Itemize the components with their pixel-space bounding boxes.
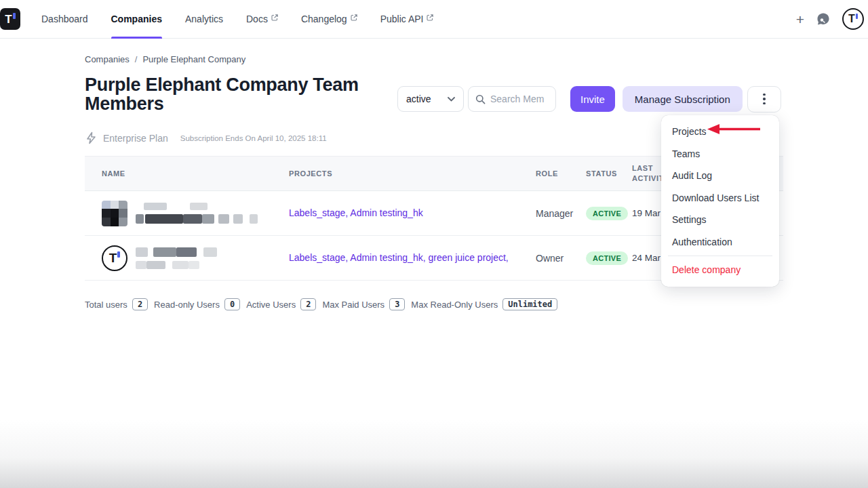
- avatar-apostrophe: [856, 14, 858, 19]
- menu-item-download-users-list[interactable]: Download Users List: [661, 187, 779, 209]
- member-avatar-logo: T: [102, 245, 127, 271]
- main-nav: Dashboard Companies Analytics Docs Chang…: [30, 0, 445, 39]
- user-stats-row: Total users 2 Read-only Users 0 Active U…: [85, 298, 564, 310]
- subscription-ends-text: Subscription Ends On April 10, 2025 18:1…: [180, 134, 327, 142]
- stat-value-readonly-users: 0: [224, 298, 240, 310]
- member-role: Manager: [536, 208, 586, 219]
- stat-value-max-paid-users: 3: [389, 298, 405, 310]
- invite-button[interactable]: Invite: [570, 86, 615, 112]
- status-filter-value: active: [406, 94, 431, 104]
- menu-divider: [668, 256, 772, 256]
- status-filter-select[interactable]: active: [397, 86, 464, 112]
- breadcrumb-separator: /: [135, 54, 138, 64]
- project-links[interactable]: Labels_stage, Admin testing_hk, green ju…: [289, 252, 509, 263]
- external-link-icon: [351, 14, 357, 21]
- stat-label-max-paid-users: Max Paid Users: [322, 300, 384, 310]
- search-icon: [475, 94, 486, 104]
- viewport-bottom-fade: [0, 420, 868, 488]
- controls-row: active Invite Manage Subscription: [397, 86, 781, 112]
- menu-item-audit-log[interactable]: Audit Log: [661, 165, 779, 187]
- support-chat-icon[interactable]: [816, 12, 831, 26]
- stat-value-active-users: 2: [300, 298, 316, 310]
- page-title: Purple Elephant Company Team Members: [85, 76, 403, 113]
- menu-item-settings[interactable]: Settings: [661, 209, 779, 231]
- external-link-icon: [427, 14, 433, 21]
- breadcrumb: Companies / Purple Elephant Company: [85, 54, 245, 64]
- column-header-status: STATUS: [586, 169, 632, 179]
- redacted-avatar: [102, 201, 127, 226]
- nav-label: Public API: [380, 14, 424, 24]
- status-badge: ACTIVE: [586, 207, 628, 220]
- nav-item-public-api[interactable]: Public API: [369, 0, 446, 39]
- app-root: T Dashboard Companies Analytics Docs Cha…: [0, 0, 868, 488]
- member-name-cell: [102, 201, 289, 226]
- app-logo[interactable]: T: [0, 8, 20, 30]
- manage-subscription-button[interactable]: Manage Subscription: [623, 86, 743, 112]
- plan-row: Enterprise Plan Subscription Ends On Apr…: [85, 131, 327, 144]
- menu-item-authentication[interactable]: Authentication: [661, 231, 779, 253]
- avatar-t-glyph: T: [848, 14, 855, 24]
- nav-item-companies[interactable]: Companies: [100, 0, 174, 39]
- stat-label-total-users: Total users: [85, 300, 127, 310]
- menu-item-teams[interactable]: Teams: [661, 143, 779, 165]
- stat-value-max-readonly-users: Unlimited: [502, 298, 557, 310]
- company-actions-menu: Projects Teams Audit Log Download Users …: [661, 115, 779, 287]
- external-link-icon: [271, 14, 278, 21]
- redacted-name-text: [136, 247, 217, 269]
- logo-apostrophe: [13, 13, 16, 19]
- breadcrumb-current-company[interactable]: Purple Elephant Company: [142, 54, 245, 64]
- plan-name: Enterprise Plan: [103, 133, 168, 144]
- search-box: [468, 86, 556, 112]
- stat-label-active-users: Active Users: [246, 300, 296, 310]
- member-role: Owner: [536, 253, 586, 264]
- nav-label: Dashboard: [41, 14, 88, 24]
- column-header-name: NAME: [102, 169, 289, 179]
- plus-icon[interactable]: +: [796, 12, 804, 26]
- project-links[interactable]: Labels_stage, Admin testing_hk: [289, 207, 423, 218]
- nav-label: Changelog: [301, 14, 347, 24]
- column-header-role: ROLE: [536, 169, 586, 179]
- lightning-bolt-icon: [85, 131, 97, 144]
- navbar-right-actions: + T: [796, 8, 864, 30]
- breadcrumb-companies[interactable]: Companies: [85, 54, 130, 64]
- nav-item-changelog[interactable]: Changelog: [290, 0, 369, 39]
- top-navbar: T Dashboard Companies Analytics Docs Cha…: [0, 0, 868, 39]
- nav-label: Analytics: [185, 14, 223, 24]
- search-input[interactable]: [490, 94, 549, 104]
- stat-label-max-readonly-users: Max Read-Only Users: [411, 300, 498, 310]
- status-badge: ACTIVE: [586, 251, 628, 265]
- chevron-down-icon: [448, 97, 455, 102]
- column-header-projects: PROJECTS: [289, 169, 536, 179]
- menu-item-delete-company[interactable]: Delete company: [661, 259, 779, 281]
- stat-label-readonly-users: Read-only Users: [154, 300, 220, 310]
- logo-t-glyph: T: [5, 14, 12, 25]
- redacted-name-text: [136, 203, 258, 224]
- nav-item-docs[interactable]: Docs: [235, 0, 290, 39]
- nav-item-analytics[interactable]: Analytics: [174, 0, 235, 39]
- member-name-cell: T: [102, 245, 289, 271]
- nav-label: Companies: [111, 14, 162, 24]
- stat-value-total-users: 2: [132, 298, 148, 310]
- more-options-kebab-button[interactable]: [747, 86, 781, 113]
- user-avatar[interactable]: T: [842, 8, 864, 30]
- nav-label: Docs: [246, 14, 268, 24]
- menu-item-projects[interactable]: Projects: [661, 121, 779, 143]
- nav-item-dashboard[interactable]: Dashboard: [30, 0, 100, 39]
